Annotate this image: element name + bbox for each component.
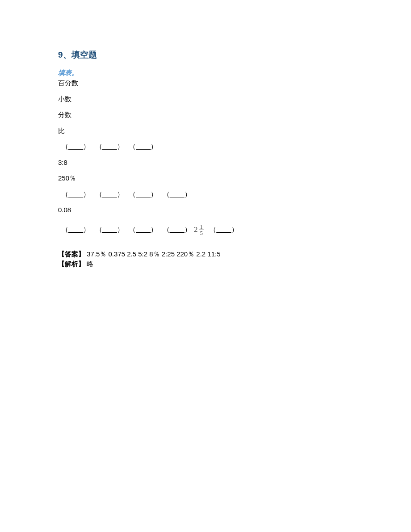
blank-12: （ ）	[206, 225, 238, 235]
blank-11: （ ）	[159, 225, 191, 235]
answer-label: 【答案】	[58, 250, 85, 258]
given-percent-1: 250％	[58, 173, 353, 184]
blank-7: （ ）	[159, 189, 191, 200]
label-decimal: 小数	[58, 94, 353, 105]
mixed-fraction: 2 1 5	[193, 224, 204, 236]
blank-2: （ ）	[92, 142, 124, 152]
question-subtitle: 填表。	[58, 69, 353, 77]
fraction-integer: 2	[194, 225, 198, 234]
given-ratio-1: 3:8	[58, 158, 353, 168]
question-title: 9、填空题	[58, 49, 353, 61]
given-decimal-1: 0.08	[58, 205, 353, 215]
answer-line: 【答案】 37.5％ 0.375 2.5 5:2 8％ 2:25 220％ 2.…	[58, 249, 353, 260]
blank-9: （ ）	[92, 225, 124, 235]
blank-5: （ ）	[92, 189, 124, 200]
blank-6: （ ）	[126, 189, 157, 200]
label-percent: 百分数	[58, 78, 353, 88]
blank-4: （ ）	[58, 189, 90, 200]
blank-10: （ ）	[126, 225, 157, 235]
answer-text: 37.5％ 0.375 2.5 5:2 8％ 2:25 220％ 2.2 11:…	[85, 250, 221, 258]
analysis-line: 【解析】 略	[58, 259, 353, 269]
blank-8: （ ）	[58, 225, 90, 235]
blank-3: （ ）	[126, 142, 157, 152]
label-fraction: 分数	[58, 110, 353, 120]
label-ratio: 比	[58, 126, 353, 136]
fraction-part: 1 5	[199, 224, 205, 236]
fraction-numerator: 1	[199, 224, 205, 230]
analysis-label: 【解析】	[58, 260, 85, 268]
analysis-text: 略	[85, 260, 93, 268]
fraction-denominator: 5	[199, 230, 205, 236]
blank-1: （ ）	[58, 142, 90, 152]
